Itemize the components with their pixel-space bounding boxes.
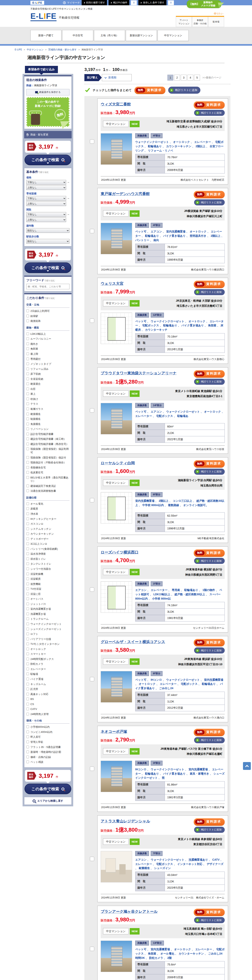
filter-checkbox-item[interactable]: 浴室に窓 (26, 592, 70, 596)
checkbox-icon[interactable] (26, 573, 29, 575)
checkbox-icon[interactable] (26, 489, 29, 492)
checkbox-icon[interactable] (26, 612, 29, 615)
filter-checkbox-item[interactable]: バリアフリー仕様 (26, 637, 70, 641)
rent-tab[interactable]: アパートマンション (176, 17, 192, 27)
property-thumbnail[interactable] (100, 133, 132, 165)
filter-checkbox-item[interactable]: 長期優良住宅 (26, 466, 70, 469)
sort-select[interactable]: 新着順 (102, 74, 132, 81)
checkbox-icon[interactable] (26, 740, 29, 743)
checkbox-icon[interactable] (26, 673, 29, 675)
checkbox-icon[interactable] (26, 628, 29, 630)
listing-checkbox[interactable] (90, 857, 94, 861)
filter-checkbox-item[interactable]: CS (26, 702, 70, 706)
filter-select[interactable]: 下限なし (26, 180, 66, 185)
batch-request-docs-button[interactable]: 無料資料請求 (134, 87, 166, 94)
checkbox-icon[interactable] (26, 678, 29, 680)
checkbox-icon[interactable] (26, 347, 29, 350)
property-thumbnail[interactable] (100, 581, 132, 613)
filter-checkbox-item[interactable]: ジェットバス (26, 602, 70, 606)
search-by-area-button[interactable]: エリアから検索し直す (24, 797, 72, 805)
checkbox-icon[interactable] (26, 337, 29, 340)
filter-checkbox-item[interactable]: 洗濯機置き場 (26, 612, 70, 616)
elife-mini-logo[interactable]: E-LIFE (30, 1, 44, 5)
add-to-list-button[interactable]: +検討リストに追加 (194, 199, 225, 205)
change-line-station-button[interactable]: 路線・駅を変更 (24, 131, 72, 138)
filter-checkbox-item[interactable]: 建設住宅性能評価書（既存住宅） (26, 442, 70, 446)
filter-checkbox-item[interactable]: 新築時・増改築時の設計図 (26, 750, 70, 754)
checkbox-icon[interactable] (26, 538, 29, 540)
breadcrumb-link[interactable]: 中古マンション (27, 48, 43, 51)
checkbox-icon[interactable] (26, 368, 29, 370)
add-to-list-button[interactable]: +検討リストに追加 (194, 737, 225, 743)
listing-checkbox[interactable] (90, 498, 94, 502)
checkbox-icon[interactable] (26, 358, 29, 360)
rent-tab[interactable]: 駐車場 (208, 17, 224, 27)
listing-title-link[interactable]: ウィズ大宮二番館 (100, 102, 131, 107)
checkbox-icon[interactable] (26, 542, 29, 545)
filter-checkbox-item[interactable]: CATV (26, 707, 70, 711)
checkbox-icon[interactable] (26, 433, 29, 435)
checkbox-icon[interactable] (26, 363, 29, 365)
filter-checkbox-item[interactable]: 制震構造 (26, 417, 70, 421)
filter-checkbox-item[interactable]: BELS/省エネ基準（適合判定書あり） (26, 476, 70, 483)
property-thumbnail[interactable] (100, 940, 132, 972)
page-button[interactable]: 4 (187, 75, 193, 81)
filter-checkbox-item[interactable]: 追焚機能 (26, 582, 70, 586)
listing-title-link[interactable]: プラウドタワー東池袋ステーションアリーナ (100, 371, 177, 376)
checkbox-icon[interactable] (26, 315, 29, 317)
mailmag-badge[interactable]: 【無料】 新着物件メルマガ登録 (187, 0, 221, 8)
checkbox-icon[interactable] (26, 582, 29, 585)
listing-checkbox[interactable] (90, 139, 94, 144)
filter-checkbox-item[interactable]: エレベーター (26, 667, 70, 671)
topbar-button[interactable]: 前回の履歴で探す (81, 0, 107, 5)
filter-checkbox-item[interactable]: 防犯カメラ (26, 662, 70, 666)
back-to-top-button[interactable] (243, 762, 251, 770)
filter-checkbox-item[interactable]: 高速ネット対応 (26, 692, 70, 696)
filter-checkbox-item[interactable]: 瑕疵保険（国交省指定）保証利用可 (26, 447, 70, 454)
property-thumbnail[interactable] (100, 492, 132, 523)
add-to-list-button[interactable]: +検討リストに追加 (194, 558, 225, 564)
filter-checkbox-item[interactable]: IHクッキングヒーター (26, 517, 70, 521)
checkbox-icon[interactable] (26, 687, 29, 690)
filter-checkbox-item[interactable]: キッズルーム (26, 682, 70, 686)
checkbox-icon[interactable] (26, 592, 29, 595)
filter-checkbox-item[interactable]: スマートキー (26, 652, 70, 656)
listing-title-link[interactable]: アトラス青山レジデンシャル (100, 819, 150, 824)
filter-checkbox-item[interactable]: 温水洗浄便座 (26, 552, 70, 556)
nav-tab[interactable]: 中古住宅 (62, 30, 93, 41)
checkbox-icon[interactable] (26, 417, 29, 420)
filter-checkbox-item[interactable]: 瑕疵保証付（不動産会社独自） (26, 461, 70, 465)
checkbox-icon[interactable] (26, 557, 29, 560)
elife-logo[interactable]: E-LIFE (30, 12, 56, 21)
filter-checkbox-item[interactable]: バイク置場 (26, 678, 70, 681)
filter-checkbox-item[interactable]: 床暖房 (26, 507, 70, 511)
add-to-list-button[interactable]: +検討リストに追加 (194, 289, 225, 295)
checkbox-icon[interactable] (26, 372, 29, 375)
filter-checkbox-item[interactable]: 始発駅 (26, 314, 70, 318)
checkbox-icon[interactable] (26, 597, 29, 600)
checkbox-icon[interactable] (26, 547, 29, 550)
checkbox-icon[interactable] (26, 428, 29, 430)
checkbox-icon[interactable] (26, 633, 29, 635)
checkbox-icon[interactable] (26, 622, 29, 625)
listing-title-link[interactable]: ブランアーク鳩ヶ谷クレアトール (100, 909, 158, 914)
checkbox-icon[interactable] (26, 608, 29, 610)
filter-select[interactable]: 指定なし (26, 228, 70, 233)
filter-checkbox-item[interactable]: 設計住宅性能評価書 (26, 433, 70, 436)
checkbox-icon[interactable] (26, 522, 29, 525)
request-docs-button[interactable]: 無料資料請求 (194, 639, 225, 646)
checkbox-icon[interactable] (26, 447, 29, 450)
filter-checkbox-item[interactable]: 託児所 (26, 687, 70, 691)
search-with-conditions-button[interactable]: この条件で検索 (24, 154, 71, 165)
checkbox-icon[interactable] (26, 760, 29, 763)
search-with-conditions-button[interactable]: この条件で検索 (24, 784, 71, 794)
filter-select[interactable]: 指定なし (26, 239, 70, 243)
filter-checkbox-item[interactable]: 瑕疵保険（国交省指定）保証付 (26, 456, 70, 460)
checkbox-icon[interactable] (26, 532, 29, 535)
filter-checkbox-item[interactable]: シューズインクローゼット (26, 627, 70, 631)
request-docs-button[interactable]: 無料資料請求 (194, 281, 225, 288)
filter-checkbox-item[interactable]: 耐震構造 (26, 412, 70, 416)
page-button[interactable]: 1 (167, 75, 173, 81)
filter-checkbox-item[interactable]: ウォークインクローゼット (26, 622, 70, 626)
checkbox-icon[interactable] (26, 438, 29, 440)
